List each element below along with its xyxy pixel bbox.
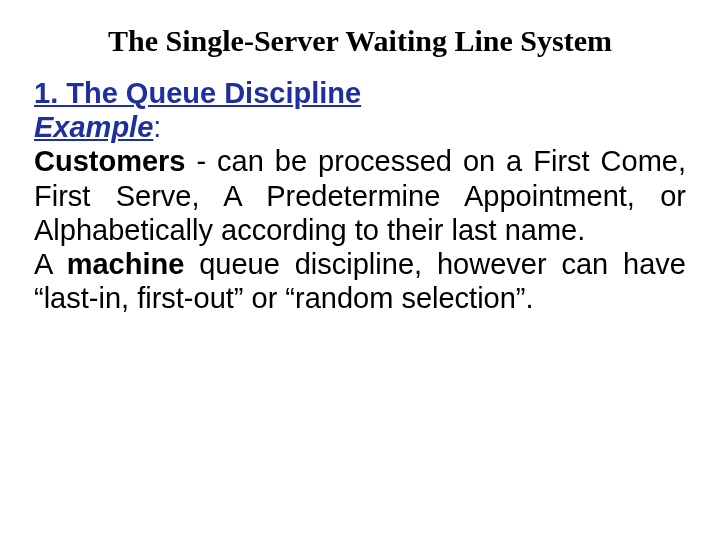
slide: The Single-Server Waiting Line System 1.… — [0, 0, 720, 540]
example-line: Example: — [34, 110, 686, 144]
customers-label: Customers — [34, 145, 186, 177]
machine-bold: machine — [67, 248, 185, 280]
example-label: Example — [34, 111, 153, 143]
machine-pre: A — [34, 248, 67, 280]
machine-paragraph: A machine queue discipline, however can … — [34, 247, 686, 315]
slide-title: The Single-Server Waiting Line System — [34, 24, 686, 58]
example-colon: : — [153, 111, 161, 143]
customers-paragraph: Customers - can be processed on a First … — [34, 144, 686, 247]
slide-body: 1. The Queue Discipline Example: Custome… — [34, 76, 686, 316]
section-heading: 1. The Queue Discipline — [34, 76, 686, 110]
